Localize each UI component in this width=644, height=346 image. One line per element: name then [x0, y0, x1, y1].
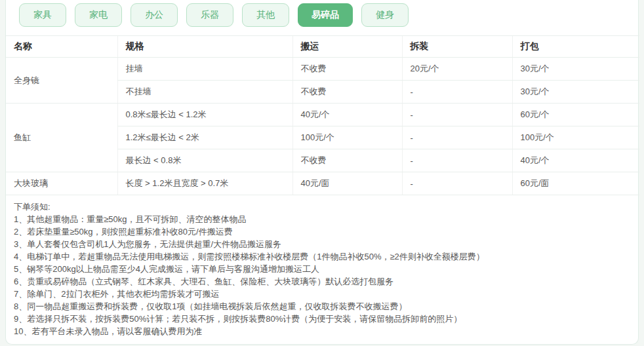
- order-notes: 下单须知: 1、其他超重物品：重量≥50kg，且不可拆卸、清空的整体物品 2、若…: [6, 195, 638, 344]
- table-header-row: 名称 规格 搬运 拆装 打包: [6, 36, 639, 58]
- carry-cell: 40元/面: [292, 172, 402, 195]
- item-name-cell: 全身镜: [6, 58, 117, 104]
- tab-other[interactable]: 其他: [242, 3, 289, 27]
- category-tabbar: 家具 家电 办公 乐器 其他 易碎品 健身: [6, 0, 638, 35]
- item-name-cell: 大块玻璃: [6, 172, 117, 195]
- spec-cell: 长度 > 1.2米且宽度 > 0.7米: [117, 172, 292, 195]
- column-header-pack: 打包: [512, 36, 639, 58]
- tab-instruments[interactable]: 乐器: [186, 3, 233, 27]
- note-item: 6、贵重或易碎物品（立式钢琴、红木家具、大理石、鱼缸、保险柜、大块玻璃等）默认必…: [14, 275, 630, 288]
- spec-cell: 挂墙: [117, 58, 292, 81]
- tab-office[interactable]: 办公: [131, 3, 178, 27]
- disassembly-cell: -: [402, 172, 512, 195]
- carry-cell: 100元/个: [292, 126, 402, 149]
- pack-cell: 60元/面: [512, 172, 639, 195]
- column-header-spec: 规格: [117, 36, 292, 58]
- spec-cell: 1.2米≤最长边 < 2米: [117, 126, 292, 149]
- note-item: 1、其他超重物品：重量≥50kg，且不可拆卸、清空的整体物品: [14, 213, 630, 225]
- column-header-carry: 搬运: [292, 36, 402, 58]
- tab-fitness[interactable]: 健身: [361, 3, 409, 27]
- note-item: 9、若选择只拆不装，按拆装费50%计算；若只装不拆，则按拆装费80%计费（为便于…: [14, 313, 630, 325]
- column-header-name: 名称: [6, 36, 117, 58]
- disassembly-cell: -: [402, 126, 512, 149]
- note-item: 4、电梯订单中，若超重物品无法使用电梯搬运，则需按照楼梯标准补收楼层费（1件物品…: [14, 250, 630, 263]
- carry-cell: 40元/个: [292, 104, 402, 126]
- disassembly-cell: -: [402, 149, 512, 172]
- column-header-disassembly: 拆装: [402, 36, 512, 58]
- pack-cell: 60元/个: [512, 104, 639, 126]
- disassembly-cell: 20元/个: [402, 58, 512, 81]
- carry-cell: 不收费: [292, 149, 402, 172]
- pack-cell: 40元/个: [512, 149, 639, 172]
- spec-cell: 0.8米≤最长边 < 1.2米: [117, 104, 292, 126]
- content-card: 家具 家电 办公 乐器 其他 易碎品 健身 名称 规格 搬运 拆装 打包 全身镜…: [5, 0, 639, 345]
- table-row: 大块玻璃 长度 > 1.2米且宽度 > 0.7米 40元/面 - 60元/面: [6, 172, 639, 195]
- table-row: 鱼缸 0.8米≤最长边 < 1.2米 40元/个 - 60元/个: [6, 104, 639, 126]
- spec-cell: 最长边 < 0.8米: [117, 149, 292, 172]
- note-item: 8、同一物品超重搬运费和拆装费，仅收取1项（如挂墙电视拆装后依然超重，仅收取拆装…: [14, 300, 630, 313]
- note-item: 5、钢琴等200kg以上物品需至少4人完成搬运，请下单后与客服沟通增加搬运工人: [14, 263, 630, 275]
- table-row: 全身镜 挂墙 不收费 20元/个 30元/个: [6, 58, 639, 81]
- carry-cell: 不收费: [292, 81, 402, 104]
- tab-fragile[interactable]: 易碎品: [298, 3, 353, 27]
- tab-appliances[interactable]: 家电: [75, 3, 122, 27]
- disassembly-cell: -: [402, 81, 512, 104]
- pack-cell: 30元/个: [512, 58, 639, 81]
- pack-cell: 30元/个: [512, 81, 639, 104]
- note-item: 2、若床垫重量≥50kg，则按照超重标准补收80元/件搬运费: [14, 225, 630, 238]
- disassembly-cell: -: [402, 104, 512, 126]
- spec-cell: 不挂墙: [117, 81, 292, 104]
- note-item: 7、除单门、2拉门衣柜外，其他衣柜均需拆装才可搬运: [14, 288, 630, 300]
- carry-cell: 不收费: [292, 58, 402, 81]
- note-item: 3、单人套餐仅包含司机1人为您服务，无法提供超重/大件物品搬运服务: [14, 238, 630, 250]
- note-item: 10、若有平台未录入物品，请以客服确认费用为准: [14, 325, 630, 337]
- item-name-cell: 鱼缸: [6, 104, 117, 172]
- tab-furniture[interactable]: 家具: [19, 3, 66, 27]
- pricing-table: 名称 规格 搬运 拆装 打包 全身镜 挂墙 不收费 20元/个 30元/个 不挂…: [6, 35, 639, 195]
- notes-title: 下单须知:: [14, 201, 630, 213]
- pack-cell: 100元/个: [512, 126, 639, 149]
